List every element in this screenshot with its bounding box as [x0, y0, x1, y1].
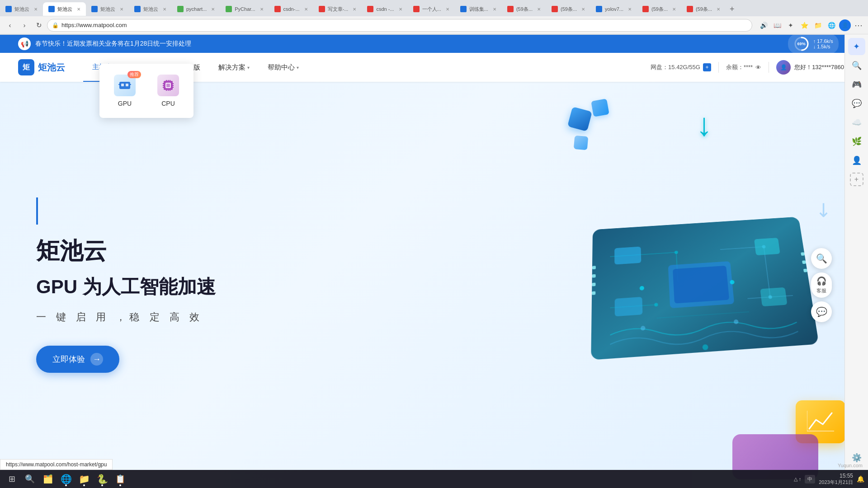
- edge-sidebar-search[interactable]: 🔍: [848, 57, 865, 74]
- refresh-button[interactable]: ↻: [33, 19, 45, 32]
- immersive-reader-button[interactable]: 📖: [771, 19, 783, 31]
- tab-12[interactable]: (59条... ✕: [502, 2, 546, 16]
- service-floating-button[interactable]: 🎧 客服: [811, 272, 832, 298]
- forward-button[interactable]: ›: [18, 19, 31, 32]
- hero-subtitle: 一 键 启 用 ，稳 定 高 效: [36, 310, 216, 324]
- tab-close-12[interactable]: ✕: [537, 7, 541, 12]
- tab-close-16[interactable]: ✕: [717, 7, 720, 12]
- user-profile[interactable]: 👤 您好！132****7860 ▾: [776, 60, 850, 75]
- tab-close-11[interactable]: ✕: [493, 7, 496, 12]
- tab-close-1[interactable]: ✕: [34, 7, 38, 12]
- edge-sidebar: ✦ 🔍 🎮 💬 ☁️ 🌿 👤 + ⚙️: [844, 34, 868, 470]
- announcement-icon: 📢: [18, 38, 31, 50]
- tab-close-14[interactable]: ✕: [628, 7, 632, 12]
- cta-label: 立即体验: [52, 354, 85, 365]
- back-button[interactable]: ‹: [4, 19, 16, 32]
- tab-close-8[interactable]: ✕: [353, 7, 356, 12]
- announcement-text: 春节快乐！近期发票相关业务将在1月28日统一安排处理: [35, 40, 191, 48]
- cta-button[interactable]: 立即体验 →: [36, 346, 119, 373]
- svg-rect-20: [168, 90, 169, 91]
- edge-button[interactable]: 🌐: [826, 19, 837, 31]
- svg-rect-35: [673, 266, 729, 304]
- svg-rect-38: [615, 297, 643, 316]
- tab-close-6[interactable]: ✕: [260, 7, 264, 12]
- taskbar-edge-app[interactable]: 🌐: [58, 471, 74, 487]
- address-bar[interactable]: 🔒 https://www.matpool.com: [47, 19, 752, 32]
- edge-sidebar-profile[interactable]: 👤: [848, 152, 865, 169]
- new-tab-button[interactable]: +: [726, 3, 738, 15]
- tab-close-10[interactable]: ✕: [446, 7, 449, 12]
- disk-circle: 69%: [793, 36, 810, 52]
- tab-close-3[interactable]: ✕: [120, 7, 123, 12]
- tab-close-4[interactable]: ✕: [163, 7, 166, 12]
- edge-sidebar-games[interactable]: 🎮: [848, 76, 865, 93]
- tab-close-2[interactable]: ✕: [77, 7, 80, 12]
- profile-button[interactable]: 👤: [839, 19, 851, 31]
- favorites-button[interactable]: ⭐: [798, 19, 810, 31]
- tab-4[interactable]: 矩池云 ✕: [129, 2, 172, 16]
- tab-2-active[interactable]: 矩池云 ✕: [43, 2, 86, 16]
- tab-6[interactable]: PyChar... ✕: [220, 2, 269, 16]
- nav-item-solutions[interactable]: 解决方案 ▾: [209, 53, 259, 82]
- taskbar-explorer-app[interactable]: 📁: [76, 471, 92, 487]
- svg-rect-5: [118, 84, 120, 85]
- yuqun-watermark: Yuqun.com: [838, 463, 863, 468]
- tab-11[interactable]: 训练集... ✕: [455, 2, 502, 16]
- settings-menu-button[interactable]: ⋯: [853, 19, 864, 31]
- speed-numbers: ↑ 17.6k/s ↓ 1.5k/s: [813, 38, 833, 49]
- svg-rect-9: [166, 84, 170, 87]
- tab-13[interactable]: (59条... ✕: [546, 2, 590, 16]
- tab-16[interactable]: (59条... ✕: [681, 2, 726, 16]
- search-taskbar-button[interactable]: 🔍: [22, 471, 38, 487]
- edge-sidebar-copilot[interactable]: ✦: [848, 38, 865, 55]
- tab-10[interactable]: 一个人... ✕: [408, 2, 455, 16]
- dropdown-item-cpu[interactable]: CPU: [150, 69, 186, 113]
- dropdown-cpu-label: CPU: [161, 100, 175, 107]
- service-label: 客服: [816, 287, 826, 294]
- dropdown-item-gpu[interactable]: 推荐 GPU: [107, 69, 143, 113]
- floating-cube-1: [570, 109, 590, 129]
- tab-close-5[interactable]: ✕: [211, 7, 215, 12]
- disk-add-button[interactable]: +: [703, 63, 711, 71]
- edge-sidebar-eco[interactable]: 🌿: [848, 133, 865, 150]
- recommend-tag: 推荐: [127, 71, 141, 78]
- tab-close-9[interactable]: ✕: [399, 7, 402, 12]
- edge-sidebar-onedrive[interactable]: ☁️: [848, 114, 865, 131]
- nav-divider: [718, 62, 719, 73]
- nav-item-help[interactable]: 帮助中心 ▾: [259, 53, 308, 82]
- tab-3[interactable]: 矩池云 ✕: [86, 2, 129, 16]
- tab-14[interactable]: yolov7... ✕: [590, 2, 637, 16]
- logo[interactable]: 矩 矩池云: [18, 59, 65, 75]
- url-status-bar: https://www.matpool.com/host-market/gpu: [0, 459, 113, 470]
- svg-rect-46: [803, 269, 807, 272]
- collections-button[interactable]: 📁: [812, 19, 824, 31]
- blue-accent-line: [36, 197, 38, 225]
- balance-info: 余额：**** 👁: [726, 63, 761, 71]
- floating-cube-3: [574, 136, 588, 150]
- tab-7[interactable]: csdn-... ✕: [269, 2, 313, 16]
- taskbar-notification-bell[interactable]: 🔔: [857, 475, 864, 483]
- tab-close-7[interactable]: ✕: [304, 7, 308, 12]
- tab-close-15[interactable]: ✕: [672, 7, 676, 12]
- edge-sidebar-add[interactable]: +: [850, 173, 863, 186]
- copilot-button[interactable]: ✦: [785, 19, 797, 31]
- svg-rect-40: [592, 266, 596, 269]
- tab-5[interactable]: pychart... ✕: [172, 2, 220, 16]
- read-aloud-button[interactable]: 🔊: [758, 19, 769, 31]
- taskbar-pycharm-app[interactable]: 🐍: [94, 471, 110, 487]
- taskbar-ime[interactable]: 中: [805, 475, 815, 483]
- start-button[interactable]: ⊞: [4, 471, 20, 487]
- search-floating-button[interactable]: 🔍: [811, 248, 832, 269]
- svg-rect-43: [592, 291, 595, 295]
- announcement-bar: 📢 春节快乐！近期发票相关业务将在1月28日统一安排处理 69% ↑ 17.6k…: [0, 35, 868, 53]
- tab-8[interactable]: 写文章-... ✕: [313, 2, 362, 16]
- taskbar-taskscheduler-app[interactable]: 📋: [112, 471, 128, 487]
- tab-1[interactable]: 矩池云 ✕: [0, 2, 43, 16]
- taskview-button[interactable]: 🗂️: [40, 471, 56, 487]
- tab-15[interactable]: (59条... ✕: [637, 2, 681, 16]
- edge-sidebar-chat[interactable]: 💬: [848, 95, 865, 112]
- tab-close-13[interactable]: ✕: [581, 7, 585, 12]
- balance-label: 余额：****: [726, 63, 753, 71]
- wechat-floating-button[interactable]: 💬: [811, 301, 832, 322]
- tab-9[interactable]: csdn -... ✕: [362, 2, 407, 16]
